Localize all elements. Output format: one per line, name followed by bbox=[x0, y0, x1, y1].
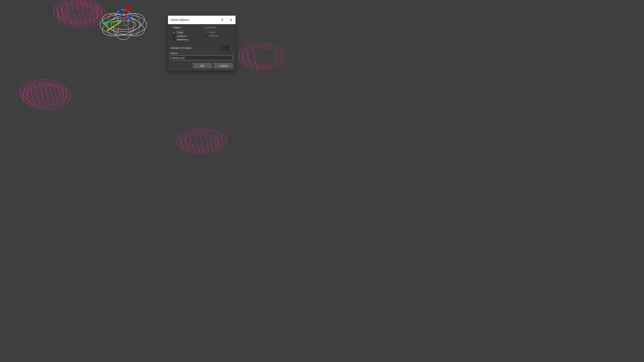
wheel-object bbox=[53, 0, 102, 36]
svg-line-51 bbox=[44, 83, 50, 106]
radio-icon bbox=[204, 31, 207, 33]
svg-rect-36 bbox=[124, 21, 128, 25]
radio-object-instance[interactable]: Instance bbox=[172, 34, 199, 37]
svg-line-52 bbox=[49, 83, 54, 105]
svg-marker-29 bbox=[102, 21, 106, 25]
svg-point-42 bbox=[37, 89, 50, 96]
svg-line-63 bbox=[242, 53, 245, 67]
svg-point-2 bbox=[58, 1, 96, 21]
name-input[interactable] bbox=[170, 55, 233, 60]
svg-point-61 bbox=[241, 45, 283, 67]
object-legend: Object bbox=[172, 26, 181, 29]
radio-controller-instance: Instance bbox=[204, 34, 231, 37]
radio-icon bbox=[204, 34, 207, 37]
radio-object-copy[interactable]: Copy bbox=[172, 31, 199, 34]
svg-line-57 bbox=[41, 89, 42, 98]
svg-point-62 bbox=[246, 47, 278, 65]
svg-line-71 bbox=[184, 136, 189, 151]
svg-line-72 bbox=[190, 133, 194, 152]
radio-controller-copy: Copy bbox=[204, 31, 231, 33]
cancel-button[interactable]: Cancel bbox=[214, 63, 233, 68]
clone-options-dialog: Clone Options ? Object Copy Instance bbox=[168, 16, 236, 71]
svg-point-8 bbox=[63, 5, 101, 25]
spinner-down[interactable]: ▼ bbox=[230, 48, 233, 50]
controller-legend: Controller bbox=[204, 26, 217, 29]
close-icon bbox=[230, 18, 232, 21]
copies-label: Number of Copies: bbox=[170, 46, 192, 49]
spinner-up[interactable]: ▲ bbox=[230, 46, 233, 48]
radio-icon bbox=[172, 38, 175, 41]
svg-line-17 bbox=[94, 4, 97, 20]
transform-gizmo bbox=[102, 4, 132, 31]
svg-marker-31 bbox=[126, 4, 131, 9]
copies-spinner[interactable]: 1 ▲ ▼ bbox=[219, 46, 233, 50]
dialog-title: Clone Options bbox=[170, 18, 189, 21]
svg-point-37 bbox=[17, 78, 70, 108]
close-button[interactable] bbox=[227, 16, 236, 24]
help-button[interactable]: ? bbox=[218, 16, 227, 24]
svg-point-43 bbox=[40, 91, 47, 95]
name-label: Name: bbox=[170, 52, 233, 54]
svg-point-19 bbox=[100, 14, 147, 35]
controller-group: Controller Copy Instance bbox=[203, 26, 233, 43]
svg-line-56 bbox=[36, 90, 38, 98]
radio-icon bbox=[172, 31, 175, 34]
svg-line-59 bbox=[50, 90, 50, 97]
svg-point-41 bbox=[33, 87, 54, 99]
wheel-object bbox=[17, 71, 70, 119]
object-group: Object Copy Instance Reference bbox=[170, 26, 201, 43]
wheel-object bbox=[235, 31, 269, 82]
radio-icon bbox=[172, 35, 175, 37]
svg-point-44 bbox=[20, 82, 74, 111]
svg-point-45 bbox=[24, 84, 70, 109]
dialog-titlebar[interactable]: Clone Options ? bbox=[168, 16, 236, 24]
svg-line-50 bbox=[39, 83, 45, 107]
copies-value: 1 bbox=[219, 46, 230, 49]
svg-point-5 bbox=[71, 7, 84, 15]
svg-line-65 bbox=[252, 46, 258, 70]
viewport-3d[interactable] bbox=[0, 0, 644, 362]
selected-object bbox=[97, 3, 150, 48]
svg-point-60 bbox=[238, 43, 286, 69]
svg-line-78 bbox=[218, 137, 220, 147]
svg-line-15 bbox=[85, 0, 91, 23]
ok-button[interactable]: OK bbox=[193, 63, 212, 68]
radio-object-reference[interactable]: Reference bbox=[172, 38, 199, 41]
wheel-object bbox=[174, 117, 225, 155]
svg-point-39 bbox=[25, 83, 62, 103]
